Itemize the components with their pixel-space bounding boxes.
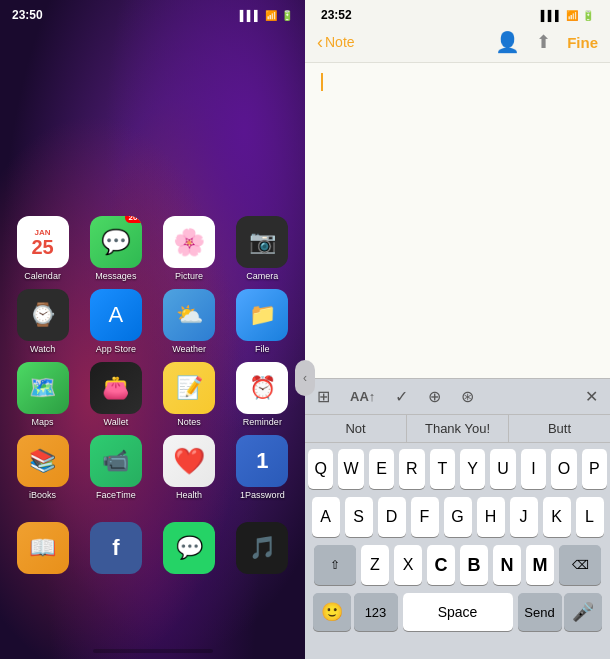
battery-icon-left: 🔋 <box>281 10 293 21</box>
key-x[interactable]: X <box>394 545 422 585</box>
key-send[interactable]: Send <box>518 593 562 631</box>
app-ibooks[interactable]: 📚 iBooks <box>10 435 75 500</box>
pred-word-2[interactable]: Thank You! <box>407 415 509 442</box>
app-weather-label: Weather <box>172 344 206 354</box>
notes-profile-icon[interactable]: 👤 <box>495 30 520 54</box>
pred-word-3[interactable]: Butt <box>509 415 610 442</box>
app-calendar[interactable]: JAN 25 Calendar <box>10 216 75 281</box>
key-c[interactable]: C <box>427 545 455 585</box>
app-messages-label: Messages <box>95 271 136 281</box>
key-o[interactable]: O <box>551 449 576 489</box>
key-delete[interactable]: ⌫ <box>559 545 601 585</box>
key-g[interactable]: G <box>444 497 472 537</box>
time-left: 23:50 <box>12 8 43 22</box>
app-appstore-label: App Store <box>96 344 136 354</box>
checkmark-icon[interactable]: ✓ <box>395 387 408 406</box>
app-watch-label: Watch <box>30 344 55 354</box>
key-l[interactable]: L <box>576 497 604 537</box>
key-h[interactable]: H <box>477 497 505 537</box>
app-notes-label: Notes <box>177 417 201 427</box>
app-ibooks-label: iBooks <box>29 490 56 500</box>
key-space[interactable]: Space <box>403 593 513 631</box>
keyboard-collapse-button[interactable]: ‹ <box>295 360 315 396</box>
pen-circle-icon[interactable]: ⊛ <box>461 387 474 406</box>
notes-share-icon[interactable]: ⬆ <box>536 31 551 53</box>
chevron-left-icon: ‹ <box>317 32 323 53</box>
health-heart-icon: ❤️ <box>173 446 205 477</box>
key-p[interactable]: P <box>582 449 607 489</box>
app-wallet-label: Wallet <box>104 417 129 427</box>
text-cursor <box>321 73 323 91</box>
predictive-bar: Not Thank You! Butt <box>305 414 610 443</box>
key-m[interactable]: M <box>526 545 554 585</box>
right-phone-screen: 23:52 ▌▌▌ 📶 🔋 ‹ Note 👤 ⬆ Fine ‹ ⊞ AA↑ <box>305 0 610 659</box>
key-123[interactable]: 123 <box>354 593 398 631</box>
key-r[interactable]: R <box>399 449 424 489</box>
key-k[interactable]: K <box>543 497 571 537</box>
app-wallet[interactable]: 👛 Wallet <box>83 362 148 427</box>
app-watch[interactable]: ⌚ Watch <box>10 289 75 354</box>
mic-key[interactable]: 🎤 <box>564 593 602 631</box>
status-bar-right: 23:52 ▌▌▌ 📶 🔋 <box>305 0 610 26</box>
time-right: 23:52 <box>321 8 352 22</box>
key-n[interactable]: N <box>493 545 521 585</box>
key-t[interactable]: T <box>430 449 455 489</box>
notes-content-area[interactable] <box>305 62 610 378</box>
key-s[interactable]: S <box>345 497 373 537</box>
app-maps[interactable]: 🗺️ Maps <box>10 362 75 427</box>
key-u[interactable]: U <box>490 449 515 489</box>
grid-icon[interactable]: ⊞ <box>317 387 330 406</box>
app-photos-label: Picture <box>175 271 203 281</box>
home-indicator <box>93 649 213 653</box>
pred-word-1[interactable]: Not <box>305 415 407 442</box>
app-notes[interactable]: 📝 Notes <box>157 362 222 427</box>
keyboard-section: ‹ ⊞ AA↑ ✓ ⊕ ⊛ ✕ Not Thank You! Butt Q W … <box>305 378 610 659</box>
app-messages[interactable]: 💬 207 Messages <box>83 216 148 281</box>
app-weather[interactable]: ⛅ Weather <box>157 289 222 354</box>
app-1password[interactable]: 1 1Password <box>230 435 295 500</box>
wifi-icon-right: 📶 <box>566 10 578 21</box>
plus-circle-icon[interactable]: ⊕ <box>428 387 441 406</box>
close-keyboard-icon[interactable]: ✕ <box>585 387 598 406</box>
app-camera-label: Camera <box>246 271 278 281</box>
key-z[interactable]: Z <box>361 545 389 585</box>
key-d[interactable]: D <box>378 497 406 537</box>
status-icons-right: ▌▌▌ 📶 🔋 <box>541 10 594 21</box>
signal-icon-right: ▌▌▌ <box>541 10 562 21</box>
app-facetime-label: FaceTime <box>96 490 136 500</box>
app-health-label: Health <box>176 490 202 500</box>
key-q[interactable]: Q <box>308 449 333 489</box>
app-reminders-label: Reminder <box>243 417 282 427</box>
keyboard-keys: Q W E R T Y U I O P A S D F G H J K <box>305 443 610 589</box>
app-files-label: File <box>255 344 270 354</box>
notes-done-button[interactable]: Fine <box>567 34 598 51</box>
key-e[interactable]: E <box>369 449 394 489</box>
emoji-key[interactable]: 🙂 <box>313 593 351 631</box>
key-a[interactable]: A <box>312 497 340 537</box>
app-facetime[interactable]: 📹 FaceTime <box>83 435 148 500</box>
key-row-2: A S D F G H J K L <box>308 497 607 537</box>
app-appstore[interactable]: A App Store <box>83 289 148 354</box>
key-y[interactable]: Y <box>460 449 485 489</box>
key-j[interactable]: J <box>510 497 538 537</box>
key-i[interactable]: I <box>521 449 546 489</box>
app-photos[interactable]: 🌸 Picture <box>157 216 222 281</box>
dock-music[interactable]: 🎵 <box>230 522 295 574</box>
key-f[interactable]: F <box>411 497 439 537</box>
dock-ibooks[interactable]: 📖 <box>10 522 75 574</box>
keyboard-bottom-spacer <box>305 639 610 659</box>
key-b[interactable]: B <box>460 545 488 585</box>
app-health[interactable]: ❤️ Health <box>157 435 222 500</box>
dock-facebook[interactable]: f <box>83 522 148 574</box>
aa-icon[interactable]: AA↑ <box>350 389 375 404</box>
app-reminders[interactable]: ⏰ Reminder <box>230 362 295 427</box>
notes-back-button[interactable]: ‹ Note <box>317 32 355 53</box>
key-shift[interactable]: ⇧ <box>314 545 356 585</box>
dock-whatsapp[interactable]: 💬 <box>157 522 222 574</box>
key-w[interactable]: W <box>338 449 363 489</box>
keyboard-bottom-row: 🙂 123 Space Send 🎤 <box>305 589 610 639</box>
keyboard-toolbar: ⊞ AA↑ ✓ ⊕ ⊛ ✕ <box>305 378 610 414</box>
app-files[interactable]: 📁 File <box>230 289 295 354</box>
app-calendar-label: Calendar <box>24 271 61 281</box>
app-camera[interactable]: 📷 Camera <box>230 216 295 281</box>
